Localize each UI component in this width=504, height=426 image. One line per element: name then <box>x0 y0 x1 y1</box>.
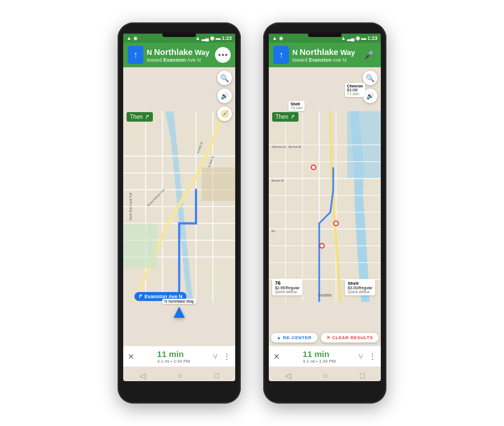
map-area-1: South Ship Canal Trail Burke-Gilman Trai… <box>123 67 235 346</box>
map-sound-btn-1[interactable]: 🔊 <box>217 89 232 103</box>
svg-text:Seattle: Seattle <box>318 293 332 298</box>
home-btn-2[interactable]: ○ <box>323 371 328 380</box>
distance-1: 3.1 mi <box>157 359 170 364</box>
chevron-badge-2: Chevron $3.06/ +7 min <box>345 83 365 97</box>
76-price-2: $2.95/Regular <box>275 286 300 290</box>
turn-icon-1: ↱ <box>138 294 143 299</box>
close-icon-1[interactable]: ✕ <box>128 352 134 361</box>
toward-street-2: Evanston <box>309 57 332 63</box>
mic-icon-2: 🎤 <box>364 50 374 59</box>
toward-street-1: Evanston <box>164 57 186 63</box>
svg-text:Ell...: Ell... <box>272 229 277 233</box>
nav-triangle-1 <box>174 307 185 318</box>
street-main-2: N <box>292 48 300 57</box>
sim-icon-2: ▲ <box>272 35 277 41</box>
signal-icon: ▂▄ <box>202 35 209 41</box>
android-nav-1: ◁ ○ □ <box>123 367 235 381</box>
svg-text:South Ship Canal Trail: South Ship Canal Trail <box>129 193 132 221</box>
toward-1: toward Evanston Ave N <box>147 57 212 63</box>
dot-1 <box>218 54 221 56</box>
nav-text-1: N Northlake Way toward Evanston Ave N <box>147 47 212 63</box>
home-btn-1[interactable]: ○ <box>178 371 182 380</box>
nav-text-2: N Northlake Way toward Evanston Ave N <box>292 47 357 63</box>
bottom-nav-1: ✕ 11 min 3.1 mi • 1:34 PM ⑂ ⋮ <box>123 346 235 367</box>
street-main-1: N <box>147 48 154 57</box>
76-name-2: 76 <box>275 280 300 286</box>
toward-2: toward Evanston Ave N <box>292 57 357 63</box>
map-compass-btn-1[interactable]: 🧭 <box>217 106 232 121</box>
bottom-info-1: 11 min 3.1 mi • 1:34 PM <box>157 349 190 364</box>
street-name-1: N Northlake Way <box>147 47 212 57</box>
dot-2 <box>222 54 224 56</box>
street-suffix-1: Way <box>193 48 209 57</box>
chevron-time-2: +7 min <box>347 92 363 96</box>
shell-badge-bottom-2: Shell $3.00/Regular Quick detour <box>345 279 375 295</box>
recenter-btn-2[interactable]: ▲ RE-CENTER <box>271 333 318 342</box>
phone-1: ▲ ◉ ▲ ▂▄ ◉ ▬ 1:23 ↑ N Northlake Way <box>118 22 241 404</box>
status-left-1: ▲ ◉ <box>127 35 138 41</box>
svg-point-41 <box>334 222 338 225</box>
back-btn-1[interactable]: ◁ <box>139 371 146 380</box>
shell-name-bottom-2: Shell <box>348 281 372 286</box>
battery-icon-2: ▬ <box>361 35 366 41</box>
svg-text:6th Ave W: 6th Ave W <box>288 145 301 149</box>
bottom-time-1: 11 min <box>157 349 190 359</box>
nav-position-1: N Northlake Way <box>174 307 185 318</box>
svg-point-43 <box>320 244 324 248</box>
direction-arrow-2: ↑ <box>273 46 289 64</box>
nav-header-1: ↑ N Northlake Way toward Evanston Ave N <box>123 43 235 67</box>
76-badge-2: 76 $2.95/Regular Quick detour <box>272 279 302 295</box>
wifi-icon-2: ◉ <box>356 35 360 41</box>
eta-1: 1:34 PM <box>174 359 190 364</box>
direction-arrow-1: ↑ <box>128 46 143 64</box>
bottom-nav-2: ✕ 11 min 3.1 mi • 1:34 PM ⑂ ⋮ <box>269 346 381 367</box>
status-right-1: ▲ ▂▄ ◉ ▬ 1:23 <box>195 35 232 41</box>
street-name-2: N Northlake Way <box>292 47 357 57</box>
recent-btn-2[interactable]: □ <box>360 371 365 380</box>
back-btn-2[interactable]: ◁ <box>285 371 291 380</box>
street-suffix-2: Way <box>338 48 355 57</box>
recenter-icon-2: ▲ <box>277 335 281 340</box>
route-icon-2[interactable]: ⑂ <box>358 352 363 361</box>
nav-header-2: ↑ N Northlake Way toward Evanston Ave N … <box>269 43 381 67</box>
shell-time-top-2: +3 min <box>291 106 302 110</box>
status-bar-2: ▲ ◉ ▲ ▂▄ ◉ ▬ 1:23 <box>269 34 381 43</box>
map-search-btn-2[interactable]: 🔍 <box>363 71 377 85</box>
recent-btn-1[interactable]: □ <box>214 371 219 380</box>
battery-icon: ▬ <box>216 35 221 41</box>
menu-button-1[interactable] <box>215 47 231 63</box>
three-dots-1 <box>218 54 227 56</box>
route-icon-1[interactable]: ⑂ <box>213 352 217 361</box>
status-bar-1: ▲ ◉ ▲ ▂▄ ◉ ▬ 1:23 <box>123 34 235 43</box>
status-right-2: ▲ ▂▄ ◉ ▬ 1:23 <box>341 35 377 41</box>
bottom-icons-1: ⑂ ⋮ <box>213 352 231 361</box>
scene: ▲ ◉ ▲ ▂▄ ◉ ▬ 1:23 ↑ N Northlake Way <box>0 0 504 426</box>
location-icon-2: ◉ <box>279 35 283 41</box>
clear-btn-2[interactable]: ✕ CLEAR RESULTS <box>321 333 379 342</box>
svg-text:Boston St: Boston St <box>272 179 284 182</box>
eta-2: 1:34 PM <box>319 359 336 364</box>
street-bold-2: Northlake <box>300 47 338 57</box>
clear-label-2: CLEAR RESULTS <box>332 335 373 340</box>
bottom-info-2: 11 min 3.1 mi • 1:34 PM <box>303 349 336 364</box>
wifi-icon: ◉ <box>210 35 214 41</box>
signal-icon-2: ▂▄ <box>347 35 354 41</box>
time-display-2: 1:23 <box>367 35 377 41</box>
mic-button-2[interactable]: 🎤 <box>361 47 376 63</box>
map-bg-2: Boston St 15th Ave W 6th Ave W Ell... Se… <box>269 67 381 346</box>
phone-2-screen: ▲ ◉ ▲ ▂▄ ◉ ▬ 1:23 ↑ N Northlake Way <box>269 34 381 381</box>
svg-rect-17 <box>123 224 157 268</box>
map-search-btn-1[interactable]: 🔍 <box>217 71 232 85</box>
more-icon-2[interactable]: ⋮ <box>368 352 376 361</box>
chevron-price-2: $3.06/ <box>347 88 363 92</box>
bottom-details-1: 3.1 mi • 1:34 PM <box>157 359 190 364</box>
location-icon: ◉ <box>133 35 138 41</box>
then-banner-1: Then ↱ <box>127 112 153 122</box>
close-icon-2[interactable]: ✕ <box>273 352 280 361</box>
more-icon-1[interactable]: ⋮ <box>223 352 231 361</box>
status-left-2: ▲ ◉ <box>272 35 283 41</box>
bottom-time-2: 11 min <box>303 349 336 359</box>
map-area-2: Boston St 15th Ave W 6th Ave W Ell... Se… <box>269 67 381 346</box>
nav-label-1: N Northlake Way <box>162 299 197 304</box>
sim-icon: ▲ <box>127 35 132 41</box>
